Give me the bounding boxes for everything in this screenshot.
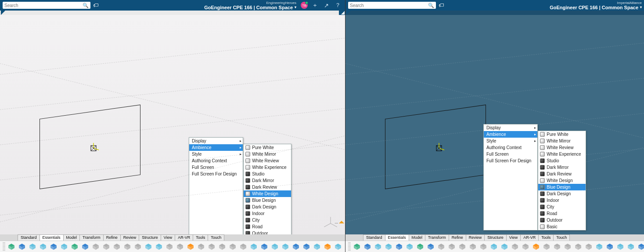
tool-button-30[interactable]: [313, 242, 321, 251]
tool-button-7[interactable]: [70, 242, 79, 251]
viewport[interactable]: DisplayAmbienceStyleAuthoring ContextFul…: [345, 15, 644, 234]
ambience-blue-design[interactable]: Blue Design: [538, 184, 585, 190]
tool-button-28[interactable]: [637, 242, 644, 251]
search-input[interactable]: [350, 3, 428, 8]
avatar[interactable]: TB: [301, 2, 308, 9]
tab-refine[interactable]: Refine: [449, 234, 466, 241]
ambience-dark-mirror[interactable]: Dark Mirror: [244, 177, 291, 184]
ambience-white-review[interactable]: White Review: [538, 144, 585, 151]
origin-triad[interactable]: [433, 142, 445, 154]
ambience-outdoor[interactable]: Outdoor: [538, 217, 585, 223]
tool-button-17[interactable]: [176, 242, 184, 251]
ambience-indoor[interactable]: Indoor: [244, 210, 291, 217]
tool-button-23[interactable]: [584, 242, 593, 251]
tool-button-24[interactable]: [249, 242, 258, 251]
ambience-pure-white[interactable]: Pure White: [538, 131, 585, 138]
tool-button-25[interactable]: [605, 242, 614, 251]
ambience-road[interactable]: Road: [538, 210, 585, 217]
tool-button-18[interactable]: [532, 242, 540, 251]
tool-button-5[interactable]: [49, 242, 58, 251]
search-icon[interactable]: 🔍: [83, 3, 89, 8]
tool-button-12[interactable]: [468, 242, 477, 251]
ambience-basic[interactable]: Basic: [538, 223, 585, 230]
tool-button-8[interactable]: [426, 242, 435, 251]
tool-button-19[interactable]: [197, 242, 205, 251]
tool-button-17[interactable]: [521, 242, 530, 251]
tool-button-31[interactable]: [323, 242, 332, 251]
origin-triad[interactable]: [88, 142, 99, 154]
ambience-white-mirror[interactable]: White Mirror: [538, 138, 585, 144]
tool-button-16[interactable]: [165, 242, 174, 251]
tab-ar-vr[interactable]: AR-VR: [175, 234, 193, 241]
tool-button-1[interactable]: [7, 242, 16, 251]
tool-button-9[interactable]: [91, 242, 100, 251]
ambience-outdoor[interactable]: Outdoor: [244, 230, 291, 234]
share-icon[interactable]: ↗: [322, 2, 331, 9]
tool-button-6[interactable]: [60, 242, 68, 251]
tool-button-7[interactable]: [416, 242, 425, 251]
help-icon[interactable]: ？: [333, 1, 342, 9]
tool-button-24[interactable]: [595, 242, 604, 251]
add-icon[interactable]: ＋: [310, 1, 320, 9]
tool-button-13[interactable]: [479, 242, 488, 251]
tool-button-22[interactable]: [574, 242, 583, 251]
tab-tools[interactable]: Tools: [538, 234, 554, 241]
tab-essentials[interactable]: Essentials: [40, 234, 64, 241]
tool-button-11[interactable]: [458, 242, 467, 251]
ambience-blue-design[interactable]: Blue Design: [244, 197, 291, 204]
tab-review[interactable]: Review: [120, 234, 140, 241]
search-icon[interactable]: 🔍: [428, 3, 434, 8]
search-input[interactable]: [4, 3, 83, 8]
tool-button-18[interactable]: [186, 242, 195, 251]
tool-button-15[interactable]: [500, 242, 509, 251]
tab-standard[interactable]: Standard: [363, 234, 385, 241]
tool-button-22[interactable]: [228, 242, 237, 251]
tool-button-20[interactable]: [207, 242, 216, 251]
menu-item-style[interactable]: Style: [189, 151, 243, 157]
menu-item-authoring-context[interactable]: Authoring Context: [484, 144, 537, 151]
tab-refine[interactable]: Refine: [103, 234, 121, 241]
tool-button-9[interactable]: [437, 242, 446, 251]
tab-transform[interactable]: Transform: [79, 234, 104, 241]
tool-button-32[interactable]: [334, 242, 342, 251]
tool-button-14[interactable]: [144, 242, 153, 251]
ambience-white-experience[interactable]: White Experience: [244, 164, 291, 171]
corner-icon[interactable]: [346, 11, 351, 15]
tag-icon[interactable]: 🏷: [439, 2, 444, 8]
tab-view[interactable]: View: [506, 234, 521, 241]
tab-standard[interactable]: Standard: [18, 234, 40, 241]
tool-button-26[interactable]: [270, 242, 279, 251]
tool-button-1[interactable]: [353, 242, 361, 251]
tool-button-27[interactable]: [281, 242, 290, 251]
tool-button-12[interactable]: [123, 242, 132, 251]
tool-button-2[interactable]: [18, 242, 26, 251]
tag-icon[interactable]: 🏷: [93, 2, 98, 8]
toolbar-handle[interactable]: [348, 242, 351, 251]
tool-button-5[interactable]: [395, 242, 403, 251]
corner-icon[interactable]: [1, 11, 5, 15]
tool-button-25[interactable]: [260, 242, 269, 251]
ambience-studio[interactable]: Studio: [244, 171, 291, 177]
menu-item-style[interactable]: Style: [484, 138, 537, 144]
tool-button-3[interactable]: [28, 242, 37, 251]
menu-item-ambience[interactable]: Ambience: [189, 144, 243, 151]
tab-ar-vr[interactable]: AR-VR: [520, 234, 539, 241]
tool-button-11[interactable]: [112, 242, 121, 251]
tool-button-16[interactable]: [511, 242, 519, 251]
tab-touch[interactable]: Touch: [553, 234, 570, 241]
ambience-city[interactable]: City: [244, 217, 291, 223]
expand-icon[interactable]: [339, 11, 345, 15]
tab-model[interactable]: Model: [409, 234, 426, 241]
menu-item-full-screen-for-design[interactable]: Full Screen For Design: [189, 171, 243, 177]
tool-button-21[interactable]: [218, 242, 227, 251]
tool-button-4[interactable]: [39, 242, 47, 251]
ambience-white-design[interactable]: White Design: [244, 190, 291, 197]
ambience-white-experience[interactable]: White Experience: [538, 151, 585, 157]
tool-button-21[interactable]: [563, 242, 572, 251]
tab-model[interactable]: Model: [63, 234, 80, 241]
tool-button-15[interactable]: [155, 242, 163, 251]
tool-button-14[interactable]: [489, 242, 498, 251]
tool-button-8[interactable]: [81, 242, 90, 251]
tab-structure[interactable]: Structure: [484, 234, 507, 241]
tab-touch[interactable]: Touch: [208, 234, 224, 241]
